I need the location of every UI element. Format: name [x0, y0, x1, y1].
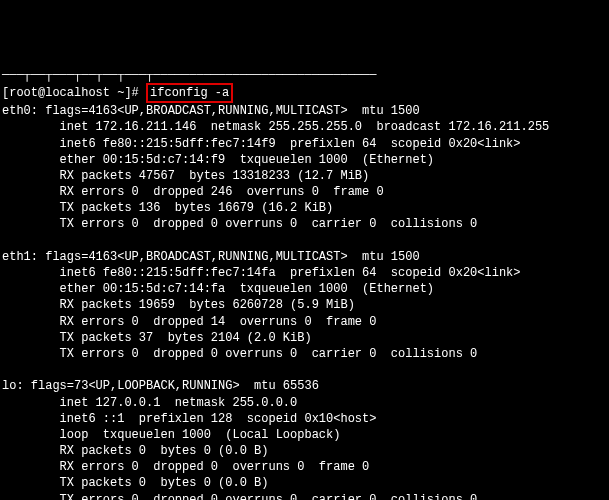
eth0-flags: eth0: flags=4163<UP,BROADCAST,RUNNING,MU…	[2, 103, 607, 119]
command-highlight: ifconfig -a	[146, 83, 233, 103]
eth0-ether: ether 00:15:5d:c7:14:f9 txqueuelen 1000 …	[2, 152, 607, 168]
lo-tx-packets: TX packets 0 bytes 0 (0.0 B)	[2, 475, 607, 491]
command-text: ifconfig -a	[150, 86, 229, 100]
eth0-tx-errors: TX errors 0 dropped 0 overruns 0 carrier…	[2, 216, 607, 232]
top-partial-line: ───┬──┬───┬──┬──┬───┬───────────────────…	[2, 67, 607, 83]
lo-inet6: inet6 ::1 prefixlen 128 scopeid 0x10<hos…	[2, 411, 607, 427]
lo-tx-errors: TX errors 0 dropped 0 overruns 0 carrier…	[2, 492, 607, 500]
blank-1	[2, 233, 607, 249]
eth1-tx-errors: TX errors 0 dropped 0 overruns 0 carrier…	[2, 346, 607, 362]
lo-rx-errors: RX errors 0 dropped 0 overruns 0 frame 0	[2, 459, 607, 475]
eth0-rx-errors: RX errors 0 dropped 246 overruns 0 frame…	[2, 184, 607, 200]
lo-flags: lo: flags=73<UP,LOOPBACK,RUNNING> mtu 65…	[2, 378, 607, 394]
lo-loop: loop txqueuelen 1000 (Local Loopback)	[2, 427, 607, 443]
eth1-tx-packets: TX packets 37 bytes 2104 (2.0 KiB)	[2, 330, 607, 346]
eth1-flags: eth1: flags=4163<UP,BROADCAST,RUNNING,MU…	[2, 249, 607, 265]
eth0-tx-packets: TX packets 136 bytes 16679 (16.2 KiB)	[2, 200, 607, 216]
prompt-prefix: [root@localhost ~]#	[2, 86, 146, 100]
eth0-rx-packets: RX packets 47567 bytes 13318233 (12.7 Mi…	[2, 168, 607, 184]
eth1-inet6: inet6 fe80::215:5dff:fec7:14fa prefixlen…	[2, 265, 607, 281]
prompt-line: [root@localhost ~]# ifconfig -a	[2, 83, 607, 103]
lo-rx-packets: RX packets 0 bytes 0 (0.0 B)	[2, 443, 607, 459]
eth0-inet6: inet6 fe80::215:5dff:fec7:14f9 prefixlen…	[2, 136, 607, 152]
eth0-inet: inet 172.16.211.146 netmask 255.255.255.…	[2, 119, 607, 135]
eth1-ether: ether 00:15:5d:c7:14:fa txqueuelen 1000 …	[2, 281, 607, 297]
eth1-rx-errors: RX errors 0 dropped 14 overruns 0 frame …	[2, 314, 607, 330]
eth1-rx-packets: RX packets 19659 bytes 6260728 (5.9 MiB)	[2, 297, 607, 313]
lo-inet: inet 127.0.0.1 netmask 255.0.0.0	[2, 395, 607, 411]
blank-2	[2, 362, 607, 378]
